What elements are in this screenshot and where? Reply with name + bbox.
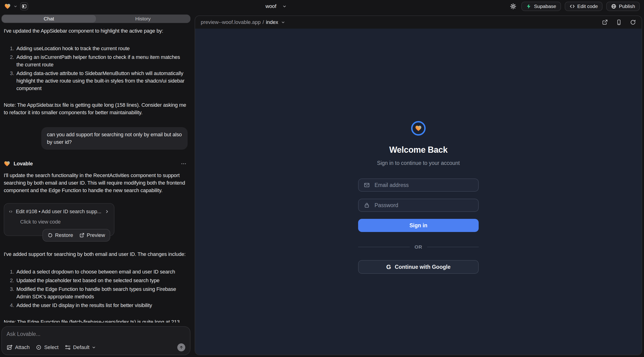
preview-label: Preview	[87, 232, 105, 238]
phone-icon	[616, 19, 622, 25]
external-link-icon	[602, 19, 608, 25]
attach-label: Attach	[15, 344, 30, 350]
user-message-row: can you add support for searching not on…	[4, 127, 188, 150]
tab-history[interactable]: History	[96, 15, 190, 22]
heart-icon	[415, 125, 422, 132]
send-button[interactable]	[177, 344, 185, 351]
list-item: Added a select dropdown to choose betwee…	[16, 268, 188, 276]
email-field[interactable]	[358, 178, 479, 192]
globe-icon	[611, 4, 616, 9]
assistant-paragraph: I've updated the AppSidebar component to…	[4, 27, 188, 35]
toggle-sidebar-button[interactable]	[20, 2, 28, 10]
assistant-numbered-list: Adding useLocation hook to track the cur…	[4, 44, 188, 93]
auth-card: Welcome Back Sign in to continue to your…	[358, 121, 479, 274]
lovable-avatar-icon	[4, 160, 10, 167]
sign-in-button[interactable]: Sign in	[358, 219, 479, 232]
external-link-icon	[79, 233, 84, 238]
publish-label: Publish	[619, 4, 635, 9]
open-in-new-tab-button[interactable]	[602, 19, 608, 25]
list-item: Added the user ID display in the results…	[16, 302, 188, 309]
lock-icon	[364, 202, 370, 208]
preview-url-separator: /	[263, 19, 264, 25]
edit-code-label: Edit code	[578, 4, 598, 9]
chevron-down-icon	[92, 345, 96, 350]
mail-icon	[364, 182, 370, 188]
mobile-view-button[interactable]	[616, 19, 622, 25]
refresh-button[interactable]	[630, 19, 636, 25]
assistant-numbered-list: Added a select dropdown to choose betwee…	[4, 267, 188, 310]
chat-history-tabbar: Chat History	[2, 14, 190, 23]
list-item: Updated the placeholder text based on th…	[16, 277, 188, 284]
message-list[interactable]: I've updated the AppSidebar component to…	[0, 23, 192, 322]
composer: Attach Select Default	[2, 326, 190, 355]
select-button[interactable]: Select	[36, 344, 58, 350]
chat-panel: Chat History I've updated the AppSidebar…	[0, 13, 192, 357]
lovable-app-window: woof Supabase Edit code Publish Chat	[0, 0, 644, 357]
select-target-icon	[36, 344, 42, 350]
sliders-icon	[65, 344, 71, 350]
edit-card-header[interactable]: Edit #108 • Add user ID search supp...	[9, 208, 109, 215]
assistant-note: Note: The AppSidebar.tsx file is getting…	[4, 101, 188, 116]
assistant-header: Lovable	[4, 160, 188, 168]
preview-iframe: Welcome Back Sign in to continue to your…	[195, 28, 642, 355]
edit-card-title: Edit #108 • Add user ID search supp...	[16, 208, 101, 215]
user-message-bubble: can you add support for searching not on…	[41, 127, 188, 150]
more-options-icon[interactable]	[180, 161, 188, 167]
list-item: Adding useLocation hook to track the cur…	[16, 45, 188, 52]
project-switcher[interactable]: woof	[266, 0, 286, 13]
project-name: woof	[266, 3, 276, 10]
google-label: Continue with Google	[395, 264, 450, 270]
lovable-logo-icon[interactable]	[4, 3, 11, 10]
top-bar-left	[4, 2, 28, 10]
password-field[interactable]	[358, 199, 479, 212]
publish-button[interactable]: Publish	[606, 2, 640, 11]
email-input[interactable]	[374, 182, 473, 189]
project-chevron-down-icon	[282, 4, 286, 8]
top-bar-actions: Supabase Edit code Publish	[509, 2, 640, 11]
preview-panel: preview--woof.lovable.app / index	[195, 16, 642, 355]
restore-icon	[48, 233, 53, 238]
workspace-chevron-down-icon[interactable]	[14, 4, 17, 8]
app-logo	[411, 121, 426, 136]
list-item: Adding an isCurrentPath helper function …	[16, 54, 188, 68]
divider-line	[427, 247, 479, 247]
supabase-label: Supabase	[534, 4, 556, 9]
select-label: Select	[44, 344, 58, 350]
auth-title: Welcome Back	[389, 145, 448, 155]
preview-url-page: index	[266, 19, 278, 25]
preview-toolbar: preview--woof.lovable.app / index	[195, 16, 642, 28]
code-icon	[9, 208, 12, 214]
supabase-icon	[526, 4, 532, 9]
edit-card-actions: Restore Preview	[42, 229, 110, 242]
assistant-note: Note: The Edge Function file (fetch-fire…	[4, 318, 188, 322]
model-selector[interactable]: Default	[65, 344, 96, 350]
preview-url-host: preview--woof.lovable.app	[201, 19, 261, 25]
code-icon	[570, 4, 575, 9]
chevron-right-icon	[104, 209, 109, 214]
google-sign-in-button[interactable]: G Continue with Google	[358, 260, 479, 274]
attach-button[interactable]: Attach	[6, 344, 30, 350]
preview-button[interactable]: Preview	[79, 232, 105, 238]
top-bar: woof Supabase Edit code Publish	[0, 0, 644, 13]
preview-toolbar-icons	[602, 19, 636, 25]
preview-url[interactable]: preview--woof.lovable.app / index	[201, 19, 285, 25]
or-label: OR	[414, 244, 422, 250]
or-divider: OR	[358, 244, 479, 250]
tab-chat[interactable]: Chat	[2, 15, 96, 22]
password-input[interactable]	[374, 202, 473, 209]
assistant-paragraph: I've added support for searching by both…	[4, 250, 188, 258]
arrow-up-icon	[179, 345, 184, 350]
model-label: Default	[73, 344, 90, 350]
edit-code-button[interactable]: Edit code	[565, 2, 603, 11]
auth-subtitle: Sign in to continue to your account	[377, 160, 460, 166]
list-item: Modified the Edge Function to handle bot…	[16, 286, 188, 300]
chevron-down-icon	[281, 20, 285, 24]
edit-card[interactable]: Edit #108 • Add user ID search supp... C…	[4, 203, 114, 236]
gear-icon	[510, 3, 517, 10]
assistant-name: Lovable	[14, 160, 33, 168]
restore-button[interactable]: Restore	[48, 232, 73, 238]
supabase-button[interactable]: Supabase	[521, 2, 561, 11]
divider-line	[358, 247, 410, 247]
settings-button[interactable]	[509, 2, 518, 11]
chat-input[interactable]	[6, 331, 185, 337]
